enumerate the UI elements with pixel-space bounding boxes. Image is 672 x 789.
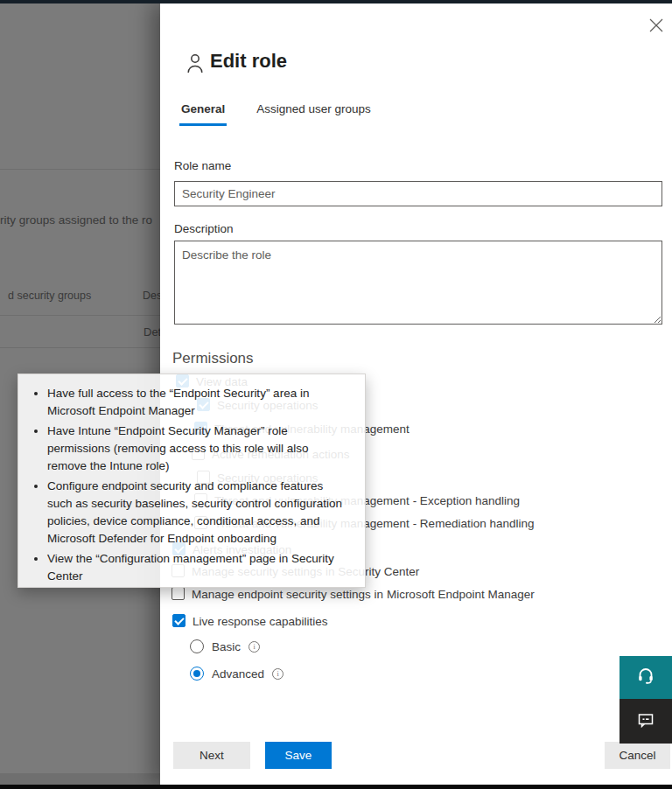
role-info-tooltip: Have full access to the “Endpoint Securi… <box>18 374 366 588</box>
description-textarea[interactable] <box>174 241 662 325</box>
checkbox-live-response-capabilities[interactable] <box>172 614 186 627</box>
page-title: Edit role <box>210 50 287 73</box>
backdrop-table-line2 <box>0 347 160 348</box>
save-button[interactable]: Save <box>265 742 332 769</box>
backdrop-table-header-col2: Des <box>143 290 162 302</box>
backdrop-table-header-col1: d security groups <box>8 290 91 302</box>
chat-icon <box>636 710 655 733</box>
person-icon <box>186 53 204 78</box>
tab-bar: General Assigned user groups <box>179 102 373 126</box>
radio-row-advanced: Advanced i <box>190 665 284 682</box>
cancel-button[interactable]: Cancel <box>605 742 670 769</box>
tab-assigned-user-groups[interactable]: Assigned user groups <box>255 102 373 126</box>
close-icon[interactable] <box>648 17 665 34</box>
radio-advanced[interactable] <box>190 667 204 681</box>
permission-label[interactable]: Live response capabilities <box>192 615 328 628</box>
tooltip-bullet: Configure endpoint security and complian… <box>47 478 349 548</box>
backdrop-divider <box>0 169 160 170</box>
screen: rity groups assigned to the ro d securit… <box>0 0 672 789</box>
tooltip-bullet-list: Have full access to the “Endpoint Securi… <box>24 385 349 585</box>
tab-general[interactable]: General <box>179 102 227 126</box>
bottom-strip <box>0 785 672 789</box>
tooltip-bullet: Have full access to the “Endpoint Securi… <box>47 385 349 420</box>
next-button[interactable]: Next <box>173 742 250 769</box>
checkbox-manage-endpoint-security-settings-in-mic[interactable] <box>172 587 185 600</box>
feedback-button[interactable] <box>620 699 672 744</box>
backdrop-section-title: rity groups assigned to the ro <box>0 213 162 227</box>
permission-label[interactable]: Manage endpoint security settings in Mic… <box>192 588 535 601</box>
role-name-input[interactable] <box>174 181 662 206</box>
help-button[interactable] <box>620 656 672 699</box>
backdrop-table-row: Det <box>144 325 161 339</box>
top-strip <box>0 0 672 3</box>
radio-advanced-label[interactable]: Advanced <box>212 667 264 681</box>
radio-basic-label[interactable]: Basic <box>212 640 241 653</box>
backdrop-table-line <box>0 315 160 316</box>
radio-row-basic: Basic i <box>190 638 260 655</box>
tooltip-bullet: View the “Configuration management” page… <box>47 550 349 585</box>
tooltip-bullet: Have Intune “Endpoint Security Manager” … <box>47 422 349 475</box>
role-name-label: Role name <box>174 159 231 172</box>
radio-basic[interactable] <box>190 639 204 653</box>
permissions-heading: Permissions <box>172 350 254 367</box>
info-icon[interactable]: i <box>248 641 260 653</box>
backdrop-footer-band <box>0 773 160 785</box>
headset-icon <box>636 667 655 689</box>
permission-row: Live response capabilities <box>0 614 672 630</box>
permission-row: Manage endpoint security settings in Mic… <box>0 587 672 603</box>
description-label: Description <box>174 222 234 235</box>
info-icon[interactable]: i <box>272 668 284 680</box>
